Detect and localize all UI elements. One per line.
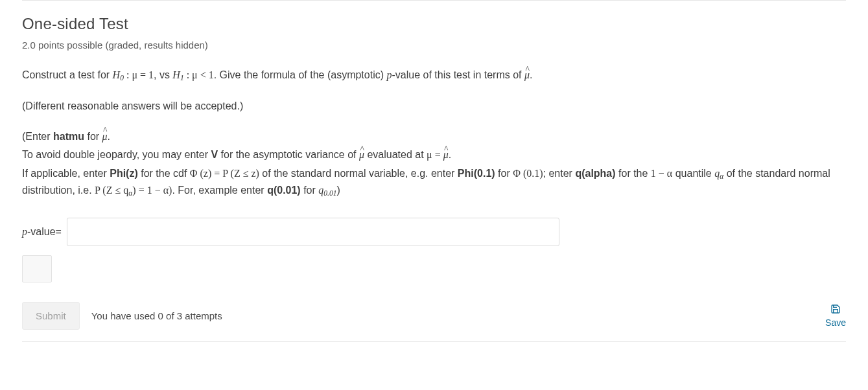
text: . bbox=[108, 131, 110, 142]
pvalue-input[interactable] bbox=[67, 218, 559, 246]
kw-q001: q(0.01) bbox=[267, 185, 301, 196]
text: for the bbox=[616, 168, 651, 179]
math: P (Z ≤ qα) = 1 − α) bbox=[95, 185, 172, 196]
text: ) bbox=[336, 185, 340, 196]
save-button[interactable]: Save bbox=[825, 304, 846, 328]
text: P (Z ≤ q bbox=[95, 185, 128, 196]
text: , vs bbox=[154, 69, 172, 80]
text: (Enter bbox=[22, 131, 53, 142]
answer-row: p-value= bbox=[22, 218, 846, 246]
note: (Different reasonable answers will be ac… bbox=[22, 98, 846, 115]
math: 1 − α bbox=[651, 168, 672, 179]
text: 0.01 bbox=[323, 189, 336, 197]
math: : μ < 1 bbox=[184, 69, 214, 80]
kw-phi01: Phi(0.1) bbox=[458, 168, 495, 179]
math-muhat: μ bbox=[524, 67, 530, 84]
math-q001: q0.01 bbox=[318, 185, 336, 196]
math-H1: H1 bbox=[172, 69, 183, 80]
math: μ = bbox=[427, 149, 443, 160]
text: To avoid double jeopardy, you may enter bbox=[22, 149, 211, 160]
text: . Give the formula of the (asymptotic) bbox=[214, 69, 387, 80]
text: If applicable, enter bbox=[22, 168, 110, 179]
submit-button[interactable]: Submit bbox=[22, 302, 80, 330]
text: for the cdf bbox=[138, 168, 190, 179]
text: -value= bbox=[27, 226, 62, 237]
text: for bbox=[84, 131, 102, 142]
save-label: Save bbox=[825, 317, 846, 328]
text: ; enter bbox=[543, 168, 576, 179]
points-possible: 2.0 points possible (graded, results hid… bbox=[22, 40, 846, 51]
math: Φ (0.1) bbox=[513, 168, 543, 179]
save-icon bbox=[830, 304, 841, 316]
text: for the asymptotic variance of bbox=[218, 149, 359, 160]
math-muhat: μ bbox=[359, 147, 364, 163]
kw-qalpha: q(alpha) bbox=[575, 168, 615, 179]
text: . For, example enter bbox=[172, 185, 267, 196]
text: -value of this test in terms of bbox=[392, 69, 524, 80]
text: . bbox=[449, 149, 451, 160]
kw-phiz: Phi(z) bbox=[110, 168, 138, 179]
text: quantile bbox=[672, 168, 714, 179]
text: ) = 1 − α) bbox=[132, 185, 172, 196]
text: q bbox=[714, 168, 720, 179]
answer-label: p-value= bbox=[22, 226, 62, 238]
math-H0: H0 bbox=[113, 69, 124, 80]
footer: Submit You have used 0 of 3 attempts Sav… bbox=[22, 302, 846, 330]
kw-hatmu: hatmu bbox=[53, 131, 84, 142]
text: Construct a test for bbox=[22, 69, 113, 80]
math: Φ (z) = P (Z ≤ z) bbox=[190, 168, 259, 179]
math-muhat: μ bbox=[443, 147, 449, 163]
problem-prompt: Construct a test for H0 : μ = 1, vs H1 :… bbox=[22, 67, 846, 84]
text: for bbox=[495, 168, 513, 179]
text: H bbox=[172, 69, 180, 80]
math-p: p bbox=[22, 226, 27, 237]
math-muhat: μ bbox=[102, 129, 108, 145]
attempts-text: You have used 0 of 3 attempts bbox=[91, 310, 222, 321]
text: evaluated at bbox=[364, 149, 427, 160]
problem-title: One-sided Test bbox=[22, 15, 846, 33]
kw-V: V bbox=[211, 149, 218, 160]
input-instructions: (Enter hatmu for μ. To avoid double jeop… bbox=[22, 129, 846, 200]
text: . bbox=[530, 69, 532, 80]
status-box bbox=[22, 255, 52, 282]
text: of the standard normal variable, e.g. en… bbox=[259, 168, 458, 179]
text: for bbox=[301, 185, 319, 196]
math-qalpha: qα bbox=[714, 168, 723, 179]
text: H bbox=[113, 69, 121, 80]
math: : μ = 1 bbox=[124, 69, 154, 80]
